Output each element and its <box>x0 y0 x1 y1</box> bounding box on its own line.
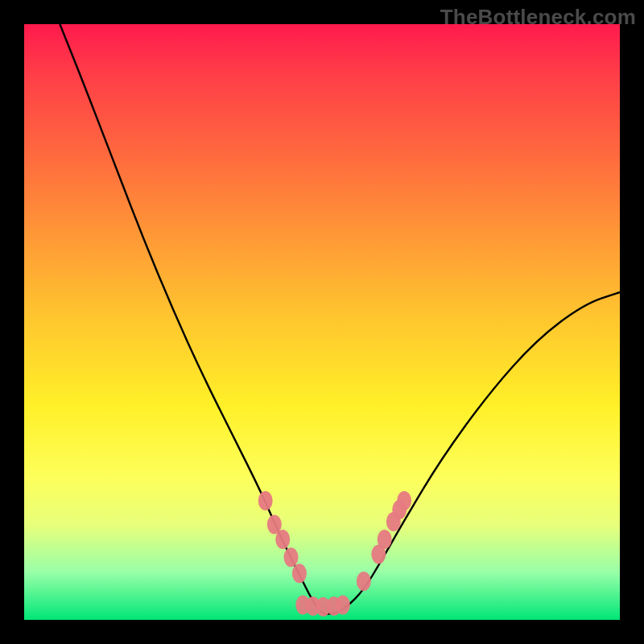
chart-plot-area <box>24 24 620 620</box>
bottleneck-curve <box>60 24 620 614</box>
curve-marker <box>357 572 371 591</box>
curve-marker <box>336 596 350 615</box>
curve-marker <box>275 530 290 549</box>
curve-marker <box>284 547 299 567</box>
curve-markers <box>258 491 411 617</box>
curve-marker <box>258 491 273 510</box>
curve-marker <box>397 491 411 510</box>
chart-svg <box>24 24 620 620</box>
curve-marker <box>292 564 307 583</box>
watermark-text: TheBottleneck.com <box>440 5 636 30</box>
curve-marker <box>378 530 392 549</box>
